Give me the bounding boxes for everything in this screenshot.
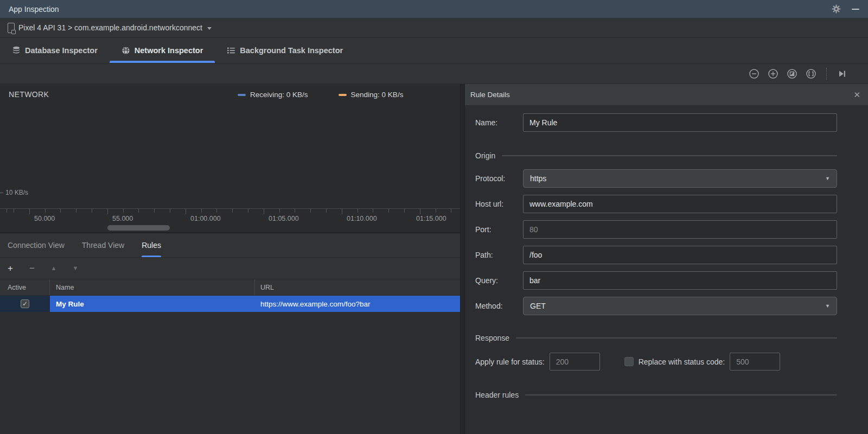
rule-details-form: Name: Origin Protocol: https ▼ Host url:… bbox=[465, 106, 868, 434]
column-header-name[interactable]: Name bbox=[50, 279, 255, 295]
rule-active-cell: ✓ bbox=[0, 296, 50, 312]
protocol-label: Protocol: bbox=[475, 174, 523, 183]
major-tick bbox=[420, 209, 420, 214]
protocol-dropdown[interactable]: https ▼ bbox=[523, 169, 837, 188]
dropdown-arrow-icon: ▼ bbox=[825, 303, 830, 309]
chart-legend: Receiving: 0 KB/s Sending: 0 KB/s bbox=[238, 91, 403, 99]
protocol-value: https bbox=[530, 174, 546, 183]
name-row: Name: bbox=[475, 113, 837, 132]
rule-name-cell: My Rule bbox=[50, 296, 255, 312]
rule-name-input[interactable] bbox=[523, 113, 837, 132]
section-divider-line bbox=[502, 155, 837, 156]
replace-status-label: Replace with status code: bbox=[639, 358, 725, 366]
network-inspector-left-pane: NETWORK Receiving: 0 KB/s Sending: 0 KB/… bbox=[0, 84, 460, 434]
tab-background-task-inspector[interactable]: Background Task Inspector bbox=[215, 38, 355, 63]
tab-connection-view[interactable]: Connection View bbox=[8, 233, 65, 257]
panel-splitter[interactable] bbox=[460, 84, 465, 434]
tab-rules[interactable]: Rules bbox=[142, 233, 161, 257]
tab-label: Background Task Inspector bbox=[240, 46, 343, 55]
apply-status-input[interactable] bbox=[550, 353, 600, 371]
settings-gear-icon[interactable] bbox=[831, 4, 841, 14]
main-content: NETWORK Receiving: 0 KB/s Sending: 0 KB/… bbox=[0, 84, 868, 434]
zoom-in-icon[interactable] bbox=[768, 68, 778, 79]
legend-sending-label: Sending: 0 KB/s bbox=[351, 91, 404, 99]
header-rules-section-header: Header rules bbox=[475, 391, 837, 399]
rules-table-empty-area bbox=[0, 312, 460, 434]
rule-url-cell: https://www.example.com/foo?bar bbox=[255, 296, 460, 312]
major-tick bbox=[107, 209, 108, 214]
tick-label: 55.000 bbox=[112, 215, 133, 222]
tab-thread-view[interactable]: Thread View bbox=[82, 233, 124, 257]
rule-details-header: Rule Details ✕ bbox=[465, 84, 868, 106]
go-live-icon[interactable] bbox=[837, 68, 847, 79]
legend-sending: Sending: 0 KB/s bbox=[339, 91, 404, 99]
tick-label: 01:05.000 bbox=[269, 215, 299, 222]
tab-database-inspector[interactable]: Database Inspector bbox=[0, 38, 110, 63]
column-header-url[interactable]: URL bbox=[255, 279, 460, 295]
app-inspection-titlebar: App Inspection bbox=[0, 0, 868, 18]
query-input[interactable] bbox=[523, 271, 837, 290]
method-label: Method: bbox=[475, 302, 523, 310]
zoom-to-selection-icon[interactable] bbox=[806, 68, 816, 79]
replace-status-input[interactable] bbox=[730, 353, 780, 371]
zoom-out-icon[interactable] bbox=[749, 68, 760, 79]
section-divider-line bbox=[525, 394, 837, 395]
toolbar-separator bbox=[826, 68, 827, 80]
path-input[interactable] bbox=[523, 246, 837, 264]
tick-label: 01:00.000 bbox=[190, 215, 221, 222]
rule-active-checkbox[interactable]: ✓ bbox=[21, 299, 29, 308]
method-row: Method: GET ▼ bbox=[475, 297, 837, 315]
chevron-down-icon bbox=[207, 27, 212, 30]
device-process-bar[interactable]: Pixel 4 API 31 > com.example.android.net… bbox=[0, 18, 868, 38]
path-row: Path: bbox=[475, 246, 837, 264]
minimize-icon[interactable] bbox=[851, 4, 860, 14]
rule-details-panel: Rule Details ✕ Name: Origin Protocol: ht… bbox=[465, 84, 868, 434]
rule-details-title: Rule Details bbox=[470, 91, 510, 99]
network-view-tabs: Connection View Thread View Rules bbox=[0, 233, 460, 258]
move-rule-down-button[interactable]: ▼ bbox=[71, 265, 80, 271]
timeline-minor-ticks bbox=[0, 209, 460, 213]
major-tick bbox=[186, 209, 186, 214]
reset-zoom-icon[interactable] bbox=[787, 68, 797, 79]
host-url-input[interactable] bbox=[523, 195, 837, 213]
timeline-scrollbar-thumb[interactable] bbox=[107, 225, 170, 231]
replace-status-checkbox[interactable] bbox=[624, 357, 634, 366]
port-input[interactable] bbox=[523, 220, 837, 239]
device-process-selection: Pixel 4 API 31 > com.example.android.net… bbox=[18, 23, 202, 32]
receiving-color-swatch bbox=[238, 94, 246, 96]
tick-label: 50.000 bbox=[34, 215, 55, 222]
y-axis-tick bbox=[0, 193, 3, 193]
name-label: Name: bbox=[475, 118, 523, 127]
major-tick bbox=[264, 209, 264, 214]
remove-rule-button[interactable]: − bbox=[27, 264, 37, 273]
status-code-row: Apply rule for status: Replace with stat… bbox=[475, 353, 837, 371]
port-label: Port: bbox=[475, 225, 523, 234]
table-row-my-rule[interactable]: ✓ My Rule https://www.example.com/foo?ba… bbox=[0, 296, 460, 312]
apply-status-label: Apply rule for status: bbox=[475, 358, 545, 366]
inspector-tabbar: Database Inspector Network Inspector Bac… bbox=[0, 38, 868, 63]
timeline-ruler[interactable]: 50.000 55.000 01:00.000 01:05.000 01:10.… bbox=[0, 208, 460, 232]
column-header-active[interactable]: Active bbox=[0, 279, 50, 295]
host-label: Host url: bbox=[475, 200, 523, 208]
tick-label: 01:10.000 bbox=[347, 215, 377, 222]
close-icon[interactable]: ✕ bbox=[853, 90, 860, 100]
chart-title: NETWORK bbox=[9, 90, 49, 99]
tab-network-inspector[interactable]: Network Inspector bbox=[110, 38, 215, 63]
globe-icon bbox=[122, 46, 130, 55]
origin-section-header: Origin bbox=[475, 151, 837, 160]
rules-table-header: Active Name URL bbox=[0, 279, 460, 296]
move-rule-up-button[interactable]: ▲ bbox=[49, 265, 59, 271]
dropdown-arrow-icon: ▼ bbox=[825, 176, 830, 181]
method-dropdown[interactable]: GET ▼ bbox=[523, 297, 837, 315]
profiler-zoom-toolbar bbox=[0, 63, 868, 84]
major-tick bbox=[342, 209, 342, 214]
sending-color-swatch bbox=[339, 94, 347, 96]
add-rule-button[interactable]: + bbox=[5, 264, 15, 273]
legend-receiving: Receiving: 0 KB/s bbox=[238, 91, 308, 99]
y-axis-max-label: 10 KB/s bbox=[0, 189, 28, 196]
legend-receiving-label: Receiving: 0 KB/s bbox=[250, 91, 308, 99]
response-section-header: Response bbox=[475, 334, 837, 342]
window-title: App Inspection bbox=[9, 5, 59, 14]
query-row: Query: bbox=[475, 271, 837, 290]
network-traffic-chart[interactable]: NETWORK Receiving: 0 KB/s Sending: 0 KB/… bbox=[0, 84, 460, 233]
